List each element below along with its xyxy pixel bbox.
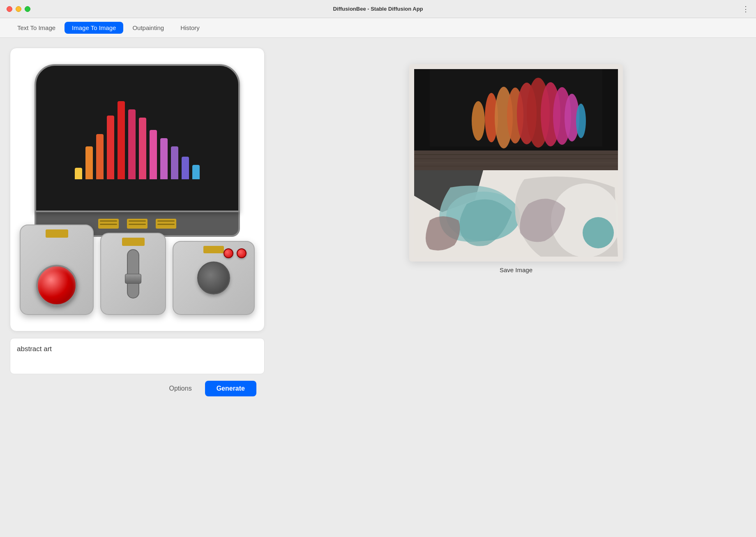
generated-image-container: Save Image xyxy=(409,64,623,273)
usb-connector-2 xyxy=(122,238,145,246)
svg-rect-24 xyxy=(409,64,414,262)
traffic-lights xyxy=(7,6,30,12)
svg-rect-22 xyxy=(409,64,623,69)
usb-connector-3 xyxy=(203,246,224,253)
svg-point-12 xyxy=(576,104,586,138)
generate-button[interactable]: Generate xyxy=(205,381,256,396)
maximize-button[interactable] xyxy=(25,6,30,12)
tab-image-to-image[interactable]: Image To Image xyxy=(65,22,123,34)
svg-rect-23 xyxy=(409,257,623,262)
equalizer xyxy=(67,97,208,179)
svg-rect-25 xyxy=(618,64,623,262)
controller-right xyxy=(173,241,255,315)
abstract-art-svg xyxy=(409,64,623,262)
svg-rect-13 xyxy=(414,150,618,171)
image-upload-box[interactable] xyxy=(10,48,265,331)
tab-outpainting[interactable]: Outpainting xyxy=(125,22,171,34)
controller-left xyxy=(20,225,94,315)
svg-point-11 xyxy=(472,101,485,141)
controllers xyxy=(20,225,255,315)
slider-track xyxy=(127,249,139,299)
icon-top xyxy=(35,64,240,212)
main-content: Options Generate xyxy=(0,38,756,537)
window-title: DiffusionBee - Stable Diffusion App xyxy=(333,6,423,12)
left-panel: Options Generate xyxy=(10,48,273,527)
red-buttons xyxy=(224,248,247,258)
generated-image xyxy=(409,64,623,262)
svg-point-21 xyxy=(583,217,614,248)
menu-icon[interactable]: ⋮ xyxy=(742,5,749,14)
usb-slot-1 xyxy=(98,219,119,229)
buttons-row: Options Generate xyxy=(10,381,265,396)
titlebar: DiffusionBee - Stable Diffusion App ⋮ xyxy=(0,0,756,18)
joystick-dial xyxy=(197,262,230,294)
tab-text-to-image[interactable]: Text To Image xyxy=(10,22,63,34)
controller-mid xyxy=(100,233,166,315)
tab-history[interactable]: History xyxy=(173,22,207,34)
slider-thumb xyxy=(125,274,141,284)
save-image-button[interactable]: Save Image xyxy=(500,266,532,273)
usb-slot-2 xyxy=(127,219,148,229)
red-button-1 xyxy=(224,248,233,258)
usb-connector-1 xyxy=(46,229,68,238)
close-button[interactable] xyxy=(7,6,12,12)
trackball xyxy=(36,265,77,306)
minimize-button[interactable] xyxy=(16,6,21,12)
right-panel: Save Image xyxy=(286,48,746,527)
usb-slot-3 xyxy=(156,219,176,229)
red-button-2 xyxy=(237,248,247,258)
source-image xyxy=(22,62,252,317)
prompt-input[interactable] xyxy=(10,338,265,374)
nav-bar: Text To Image Image To Image Outpainting… xyxy=(0,18,756,38)
options-button[interactable]: Options xyxy=(162,382,198,396)
